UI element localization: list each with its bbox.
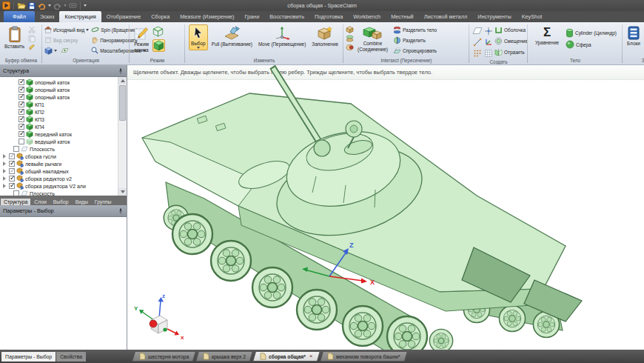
scrollbar-thumb[interactable] bbox=[119, 85, 126, 121]
doc-tab-active[interactable]: сборка общая*× bbox=[252, 351, 321, 362]
merge-tool-icon[interactable] bbox=[346, 35, 354, 42]
tree-scrollbar[interactable] bbox=[118, 77, 127, 196]
expand-arrow-icon[interactable] bbox=[3, 169, 6, 173]
tab-local[interactable]: Местный bbox=[386, 11, 419, 22]
blocks-button[interactable]: Блоки bbox=[625, 24, 643, 47]
panel-tab-views[interactable]: Виды bbox=[73, 199, 91, 205]
select-button[interactable]: Выбор bbox=[189, 24, 208, 50]
scroll-up-arrow[interactable] bbox=[118, 77, 127, 84]
visibility-checkbox[interactable] bbox=[19, 87, 24, 93]
tank-gun-mantlet[interactable] bbox=[314, 140, 330, 156]
create-axis-icon[interactable] bbox=[484, 27, 493, 36]
tab-repair[interactable]: Восстановить bbox=[264, 11, 309, 22]
home-view-caret[interactable] bbox=[86, 29, 89, 31]
view-face-icon[interactable] bbox=[61, 47, 69, 54]
project-button[interactable]: Спроецировать bbox=[393, 45, 437, 56]
split-button[interactable]: Разделить bbox=[393, 35, 437, 45]
tree-item[interactable]: общий накладных bbox=[0, 167, 127, 175]
sketch-mode-button[interactable]: Режим эскиза bbox=[132, 24, 151, 54]
sphere-button[interactable]: Сфера bbox=[566, 39, 617, 50]
create-plane-icon[interactable] bbox=[472, 27, 483, 35]
visibility-checkbox[interactable] bbox=[13, 146, 19, 152]
3d-mode-icon[interactable] bbox=[152, 26, 164, 37]
expand-arrow-icon[interactable] bbox=[3, 161, 6, 166]
tab-tools[interactable]: Инструменты bbox=[472, 11, 517, 22]
expand-arrow-icon[interactable] bbox=[3, 184, 6, 188]
split-body-button[interactable]: Разделить тело bbox=[393, 24, 437, 35]
visibility-checkbox[interactable] bbox=[9, 153, 15, 159]
panel-tab-groups[interactable]: Группы bbox=[92, 199, 115, 205]
doc-tab[interactable]: крышка верх 2 bbox=[195, 351, 253, 362]
pin-icon[interactable] bbox=[118, 208, 124, 214]
fill-button[interactable]: Заполнение bbox=[309, 24, 341, 48]
shell-button[interactable]: Оболочка bbox=[494, 24, 528, 36]
tree-item[interactable]: ведущий каток bbox=[0, 138, 127, 145]
tab-display[interactable]: Отображение bbox=[101, 11, 146, 22]
tree-item[interactable]: Плоскость bbox=[0, 145, 127, 153]
tree-item[interactable]: сборка редуктор v2 bbox=[0, 175, 127, 182]
viewport[interactable]: Щелкните объект. Дважды щелкните, чтобы … bbox=[127, 65, 644, 350]
scroll-down-arrow[interactable] bbox=[118, 188, 127, 196]
view-cube-caret[interactable] bbox=[54, 50, 57, 52]
undo-dropdown-caret[interactable] bbox=[48, 4, 51, 7]
view-cube-button[interactable] bbox=[44, 45, 89, 56]
select-caret[interactable] bbox=[197, 47, 200, 49]
offset-button[interactable]: Смещение bbox=[494, 36, 528, 47]
visibility-checkbox[interactable] bbox=[9, 183, 15, 189]
pull-button[interactable]: Pull (Вытягивание) bbox=[209, 24, 255, 48]
tab-file[interactable]: Файл bbox=[4, 11, 35, 22]
visibility-checkbox[interactable] bbox=[19, 116, 24, 122]
visibility-checkbox[interactable] bbox=[19, 109, 24, 115]
home-view-button[interactable]: Исходный вид bbox=[44, 24, 89, 35]
open-file-icon[interactable] bbox=[17, 2, 26, 10]
subtract-tool-icon[interactable] bbox=[346, 44, 354, 51]
tab-sketch[interactable]: Эскиз bbox=[35, 11, 60, 22]
mirror-button[interactable]: Отразить bbox=[494, 47, 528, 58]
save-icon[interactable] bbox=[28, 2, 36, 10]
create-line-icon[interactable] bbox=[473, 38, 482, 47]
expand-arrow-icon[interactable] bbox=[3, 176, 6, 181]
visibility-checkbox[interactable] bbox=[19, 94, 24, 100]
tab-faces[interactable]: Грани bbox=[239, 11, 264, 22]
doc-tab[interactable]: шестерня мотора bbox=[132, 351, 196, 362]
visibility-checkbox[interactable] bbox=[9, 161, 15, 167]
qat-customize-caret[interactable] bbox=[84, 4, 87, 7]
format-painter-icon[interactable] bbox=[28, 44, 36, 51]
tab-keyshot[interactable]: KeyShot bbox=[517, 11, 548, 22]
app-logo-icon[interactable] bbox=[2, 1, 10, 10]
section-mode-highlight[interactable] bbox=[152, 39, 165, 52]
create-triad-icon[interactable] bbox=[484, 38, 493, 47]
visibility-checkbox[interactable] bbox=[19, 124, 24, 130]
tree-item[interactable]: сборка гусли bbox=[0, 153, 127, 160]
doc-tab[interactable]: механизм поворота башни* bbox=[320, 351, 408, 362]
bottom-tab-params[interactable]: Параметры - Выбор bbox=[1, 352, 56, 362]
visibility-checkbox[interactable] bbox=[19, 139, 24, 144]
paste-button[interactable]: Вставить bbox=[2, 24, 27, 50]
panel-tab-selection[interactable]: Выбор bbox=[50, 199, 72, 205]
visibility-checkbox[interactable] bbox=[9, 176, 15, 182]
move-button[interactable]: Move (Перемещение) bbox=[256, 24, 308, 48]
panel-tab-layers[interactable]: Слои bbox=[31, 199, 50, 205]
pin-icon[interactable] bbox=[118, 68, 124, 74]
close-tab-icon[interactable]: × bbox=[309, 353, 313, 359]
visibility-checkbox[interactable] bbox=[19, 79, 24, 85]
tree-item[interactable]: передний каток bbox=[0, 130, 127, 138]
visibility-checkbox[interactable] bbox=[19, 101, 24, 107]
panel-tab-structure[interactable]: Структура bbox=[1, 199, 30, 205]
tree-item[interactable]: Плоскость bbox=[0, 190, 127, 196]
visibility-checkbox[interactable] bbox=[19, 131, 24, 137]
viewport-3d-scene[interactable]: Z X z Y x bbox=[127, 65, 644, 350]
visibility-checkbox[interactable] bbox=[13, 190, 19, 196]
tab-prepare[interactable]: Подготовка bbox=[309, 11, 348, 22]
expand-arrow-icon[interactable] bbox=[3, 154, 6, 159]
intersect-tool-icon[interactable] bbox=[346, 26, 354, 33]
equation-button[interactable]: Σ Уравнение bbox=[533, 24, 561, 47]
tab-assembly[interactable]: Сборка bbox=[146, 11, 175, 22]
tab-sheet-metal[interactable]: Листовой металл bbox=[419, 11, 472, 22]
cylinder-button[interactable]: Cylinder (Цилиндр) bbox=[566, 27, 617, 39]
combine-button[interactable]: Combine (Соединение) bbox=[355, 24, 390, 53]
tab-design[interactable]: Конструкция bbox=[59, 11, 101, 22]
bottom-tab-properties[interactable]: Свойства bbox=[56, 352, 86, 362]
visibility-checkbox[interactable] bbox=[9, 168, 15, 174]
create-grid-icon[interactable] bbox=[484, 49, 493, 58]
